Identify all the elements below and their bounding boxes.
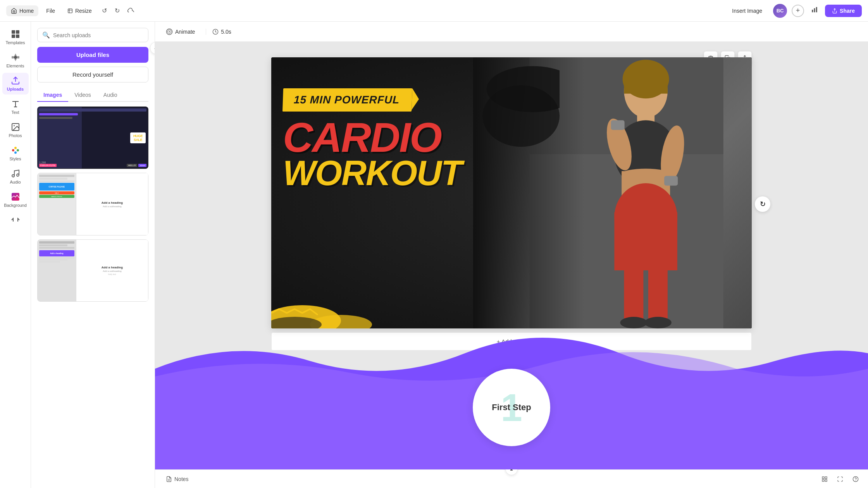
min-badge: 15 MIN POWERFUL — [282, 88, 412, 112]
svg-point-19 — [14, 151, 17, 154]
redo-button[interactable]: ↻ — [112, 5, 122, 17]
refresh-button[interactable]: ↻ — [755, 196, 770, 212]
svg-rect-0 — [68, 9, 72, 13]
insert-image-button[interactable]: Insert Image — [726, 5, 768, 17]
sidebar-item-styles[interactable]: Styles — [2, 143, 29, 164]
uploads-panel: 🔍 Upload files Record yourself Images Vi… — [31, 22, 155, 488]
help-button[interactable] — [849, 473, 862, 485]
canvas-scroll[interactable]: 15 MIN POWERFUL CARDIO WORKOUT — [155, 42, 868, 469]
svg-point-59 — [856, 480, 856, 481]
sidebar-item-more[interactable] — [2, 212, 29, 228]
uploads-label: Uploads — [7, 87, 24, 91]
background-label: Background — [4, 203, 27, 208]
notes-icon — [166, 476, 172, 482]
styles-label: Styles — [10, 156, 21, 161]
upload-item-3[interactable]: Add a heading Add a heading Add a subhea… — [37, 239, 148, 302]
bottom-bar: ▲ Notes — [155, 469, 868, 488]
home-button[interactable]: Home — [6, 5, 38, 16]
bottom-brush — [271, 290, 407, 328]
svg-rect-54 — [822, 477, 824, 479]
upload-files-button[interactable]: Upload files — [37, 47, 148, 63]
add-page-bar[interactable]: + Add page — [271, 332, 752, 351]
panel-up-button[interactable]: ▲ — [505, 463, 518, 475]
sidebar-item-templates[interactable]: Templates — [2, 26, 29, 48]
upload-tabs: Images Videos Audio — [37, 89, 148, 102]
templates-icon — [11, 29, 20, 39]
svg-point-16 — [12, 149, 14, 151]
photos-label: Photos — [9, 133, 22, 138]
elements-icon — [11, 53, 20, 62]
svg-rect-4 — [12, 30, 15, 34]
grid-view-button[interactable] — [818, 473, 831, 485]
more-icon — [11, 215, 20, 225]
upload-item-2[interactable]: COFFEE PLEASE SALE BAKED FRESH Add a hea… — [37, 173, 148, 235]
expand-icon — [837, 476, 843, 482]
svg-point-58 — [853, 476, 858, 481]
tab-images[interactable]: Images — [37, 89, 68, 102]
elements-label: Elements — [7, 64, 24, 68]
styles-icon — [11, 146, 20, 155]
sidebar-item-background[interactable]: Background — [2, 189, 29, 211]
svg-rect-10 — [17, 56, 19, 58]
upload-item-1[interactable]: HUGE SALE FEELIN CUTE 1,286 HELLO xoxo — [37, 107, 148, 169]
file-button[interactable]: File — [41, 5, 60, 16]
nav-right: Insert Image BC + Share — [726, 4, 862, 18]
grid-icon — [822, 476, 828, 482]
svg-point-15 — [14, 125, 15, 126]
svg-point-18 — [17, 149, 19, 151]
main-area: Animate 5.0s — [155, 22, 868, 488]
sidebar-item-audio[interactable]: Audio — [2, 166, 29, 187]
share-icon — [832, 8, 837, 14]
record-yourself-button[interactable]: Record yourself — [37, 67, 148, 82]
top-navigation: Home File Resize ↺ ↻ Insert Image BC + — [0, 0, 868, 22]
fullscreen-button[interactable] — [834, 473, 846, 485]
slide-background: 15 MIN POWERFUL CARDIO WORKOUT — [271, 57, 752, 328]
animate-button[interactable]: Animate — [161, 26, 200, 38]
svg-point-25 — [169, 31, 170, 32]
svg-rect-55 — [825, 477, 827, 479]
slide-container: 15 MIN POWERFUL CARDIO WORKOUT — [271, 57, 752, 351]
svg-rect-38 — [614, 212, 677, 270]
svg-rect-57 — [825, 479, 827, 481]
hide-panel-button[interactable]: ◀ — [150, 42, 155, 54]
left-sidebar: Templates Elements Uploads Text — [0, 22, 31, 488]
svg-point-46 — [644, 317, 672, 328]
slide-canvas[interactable]: 15 MIN POWERFUL CARDIO WORKOUT — [271, 57, 752, 328]
resize-icon — [67, 8, 73, 14]
svg-rect-42 — [664, 176, 678, 186]
home-label: Home — [19, 8, 34, 14]
tab-audio[interactable]: Audio — [97, 89, 124, 102]
user-avatar: BC — [773, 4, 787, 18]
resize-button[interactable]: Resize — [63, 5, 96, 16]
svg-rect-1 — [812, 10, 813, 12]
svg-rect-9 — [12, 56, 14, 58]
home-icon — [11, 8, 17, 14]
svg-rect-32 — [624, 79, 668, 94]
svg-rect-6 — [12, 34, 15, 38]
svg-point-8 — [14, 56, 17, 59]
audio-label: Audio — [10, 180, 21, 184]
tab-videos[interactable]: Videos — [68, 89, 97, 102]
analytics-button[interactable] — [809, 4, 820, 17]
sidebar-item-elements[interactable]: Elements — [2, 50, 29, 71]
cloud-save-button[interactable] — [125, 5, 138, 17]
canvas-toolbar: Animate 5.0s — [155, 22, 868, 42]
svg-rect-40 — [611, 120, 624, 130]
add-account-button[interactable]: + — [792, 5, 804, 17]
svg-point-20 — [12, 175, 14, 177]
undo-button[interactable]: ↺ — [100, 5, 109, 17]
uploads-icon — [11, 76, 20, 85]
cardio-text: CARDIO — [283, 119, 552, 156]
search-input[interactable] — [53, 32, 143, 38]
svg-point-21 — [17, 174, 19, 176]
share-button[interactable]: Share — [825, 5, 862, 17]
resize-label: Resize — [75, 8, 92, 14]
sidebar-item-text[interactable]: Text — [2, 96, 29, 118]
sidebar-item-photos[interactable]: Photos — [2, 119, 29, 141]
sidebar-item-uploads[interactable]: Uploads — [2, 73, 29, 95]
file-label: File — [46, 8, 55, 14]
svg-point-45 — [620, 317, 647, 328]
templates-label: Templates — [5, 40, 25, 45]
svg-rect-5 — [16, 30, 19, 34]
notes-button[interactable]: Notes — [161, 474, 193, 485]
